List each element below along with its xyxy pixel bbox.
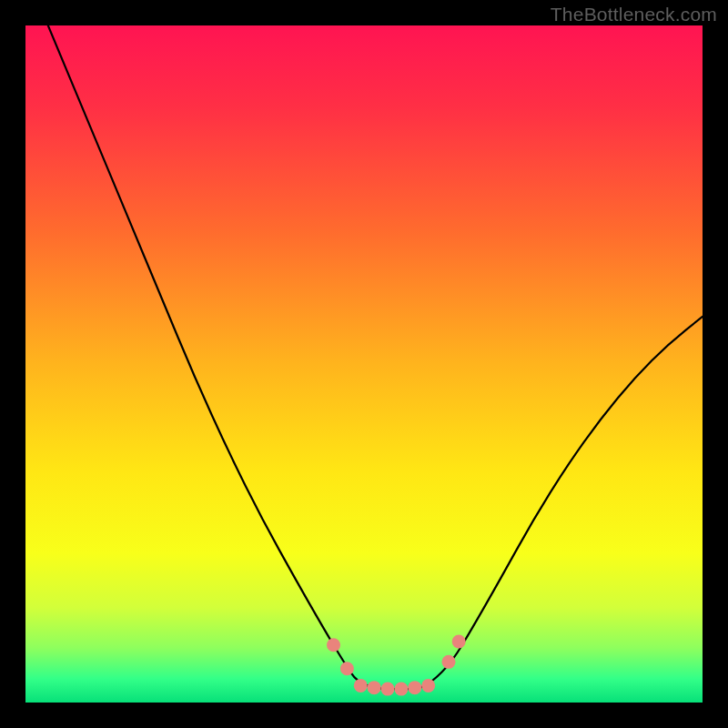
- marker-dot: [394, 682, 408, 696]
- chart-frame: TheBottleneck.com: [0, 0, 728, 728]
- marker-dot: [327, 638, 340, 652]
- marker-dot: [408, 681, 421, 694]
- marker-dot: [421, 679, 435, 693]
- marker-dot: [368, 681, 381, 694]
- marker-dot: [381, 682, 395, 696]
- plot-area: [25, 25, 703, 703]
- watermark-text: TheBottleneck.com: [551, 4, 717, 25]
- marker-dot: [340, 662, 354, 675]
- bottleneck-curve: [25, 25, 703, 689]
- curve-layer: [25, 25, 703, 703]
- marker-dot: [354, 679, 368, 693]
- marker-dot: [452, 635, 466, 649]
- marker-dot: [442, 655, 456, 669]
- optimal-range-dots: [327, 635, 466, 696]
